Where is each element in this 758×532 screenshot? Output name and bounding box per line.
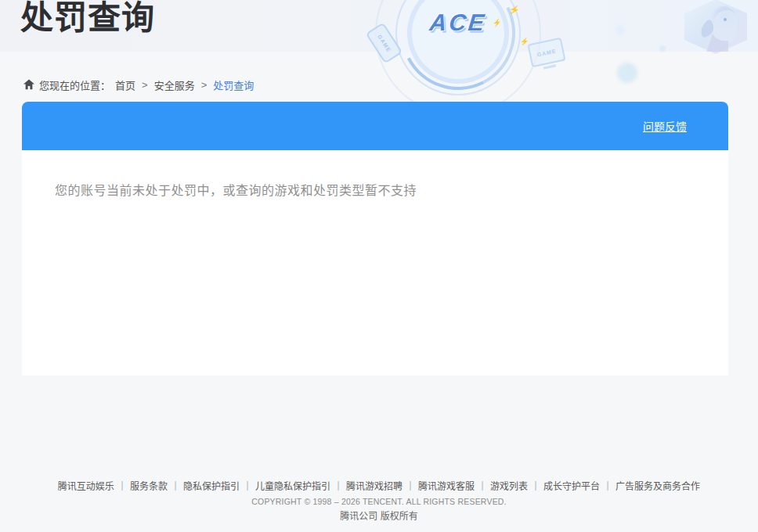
feedback-link[interactable]: 问题反馈 xyxy=(643,118,687,134)
breadcrumb-security-services[interactable]: 安全服务 xyxy=(154,77,195,92)
breadcrumb-current[interactable]: 处罚查询 xyxy=(213,77,254,92)
footer-link-tencent-games[interactable]: 腾讯互动娱乐 xyxy=(58,481,114,492)
footer-copyright: COPYRIGHT © 1998 – 2026 TENCENT. ALL RIG… xyxy=(0,497,758,506)
lightning-icon: ⚡ xyxy=(508,4,521,16)
breadcrumb: 您现在的位置： 首页 > 安全服务 > 处罚查询 xyxy=(23,77,254,92)
footer-link-terms[interactable]: 服务条款 xyxy=(130,481,168,492)
breadcrumb-separator: > xyxy=(142,79,148,91)
home-icon xyxy=(23,79,34,90)
footer-separator: ｜ xyxy=(478,481,487,492)
page-title: 处罚查询 xyxy=(20,0,155,41)
footer-company: 腾讯公司 版权所有 xyxy=(0,509,758,522)
footer-link-customer-service[interactable]: 腾讯游戏客服 xyxy=(418,481,475,492)
footer-separator: ｜ xyxy=(334,481,343,492)
footer-link-ad-business[interactable]: 广告服务及商务合作 xyxy=(615,481,700,492)
footer-separator: ｜ xyxy=(171,481,180,492)
footer-links: 腾讯互动娱乐｜服务条款｜隐私保护指引｜儿童隐私保护指引｜腾讯游戏招聘｜腾讯游戏客… xyxy=(0,479,758,492)
monitor-stand xyxy=(543,64,556,69)
breadcrumb-separator: > xyxy=(201,79,208,91)
query-toolbar: 问题反馈 xyxy=(22,102,728,150)
footer-link-privacy[interactable]: 隐私保护指引 xyxy=(183,481,240,492)
footer-link-recruitment[interactable]: 腾讯游戏招聘 xyxy=(346,481,402,492)
phone-game-label: GAME xyxy=(377,34,392,53)
footer-separator: ｜ xyxy=(406,481,415,492)
character-artwork xyxy=(678,0,753,55)
breadcrumb-home[interactable]: 首页 xyxy=(115,77,135,92)
empty-result-message: 您的账号当前未处于处罚中，或查询的游戏和处罚类型暂不支持 xyxy=(55,180,417,199)
footer-link-game-list[interactable]: 游戏列表 xyxy=(490,481,528,492)
decor-dot xyxy=(617,63,637,83)
footer-separator: ｜ xyxy=(117,481,127,492)
breadcrumb-prefix: 您现在的位置： xyxy=(39,77,110,92)
footer-separator: ｜ xyxy=(531,481,540,492)
lightning-icon: ⚡ xyxy=(520,38,529,45)
result-panel: 您的账号当前未处于处罚中，或查询的游戏和处罚类型暂不支持 xyxy=(22,150,728,376)
penalty-query-page: 处罚查询 ACE GAME GAME ⚡ ⚡ ⚡ xyxy=(0,0,758,532)
decor-dot xyxy=(615,25,625,34)
footer-separator: ｜ xyxy=(243,481,252,492)
footer-link-children-privacy[interactable]: 儿童隐私保护指引 xyxy=(255,481,330,492)
decor-dot xyxy=(659,45,666,52)
lightning-icon: ⚡ xyxy=(492,18,502,27)
monitor-game-label: GAME xyxy=(536,48,557,57)
footer-separator: ｜ xyxy=(603,481,612,492)
footer-link-guardian-platform[interactable]: 成长守护平台 xyxy=(543,481,600,492)
